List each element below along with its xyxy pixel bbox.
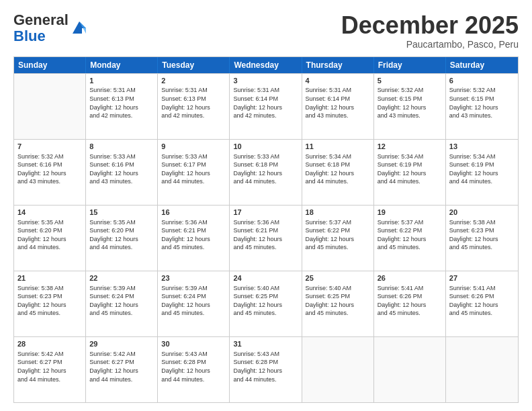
table-row: 14Sunrise: 5:35 AM Sunset: 6:20 PM Dayli… xyxy=(14,205,86,271)
table-row: 16Sunrise: 5:36 AM Sunset: 6:21 PM Dayli… xyxy=(158,205,230,271)
table-row: 23Sunrise: 5:39 AM Sunset: 6:24 PM Dayli… xyxy=(158,271,230,336)
header-wednesday: Wednesday xyxy=(230,57,302,73)
day-number: 8 xyxy=(89,142,154,152)
table-row: 4Sunrise: 5:31 AM Sunset: 6:14 PM Daylig… xyxy=(302,74,374,139)
table-row: 25Sunrise: 5:40 AM Sunset: 6:25 PM Dayli… xyxy=(302,271,374,336)
day-number: 5 xyxy=(378,76,442,86)
day-info: Sunrise: 5:33 AM Sunset: 6:17 PM Dayligh… xyxy=(161,152,226,186)
day-number: 22 xyxy=(89,273,154,283)
day-info: Sunrise: 5:43 AM Sunset: 6:28 PM Dayligh… xyxy=(161,350,226,383)
table-row: 8Sunrise: 5:33 AM Sunset: 6:16 PM Daylig… xyxy=(86,140,158,205)
day-info: Sunrise: 5:33 AM Sunset: 6:16 PM Dayligh… xyxy=(89,152,154,186)
day-info: Sunrise: 5:31 AM Sunset: 6:13 PM Dayligh… xyxy=(89,86,154,120)
day-number: 15 xyxy=(89,208,154,218)
day-number: 10 xyxy=(233,142,298,152)
calendar-week-3: 14Sunrise: 5:35 AM Sunset: 6:20 PM Dayli… xyxy=(14,205,518,271)
calendar-header: Sunday Monday Tuesday Wednesday Thursday… xyxy=(14,57,518,73)
day-info: Sunrise: 5:40 AM Sunset: 6:25 PM Dayligh… xyxy=(306,284,370,318)
day-number: 28 xyxy=(17,339,82,349)
day-info: Sunrise: 5:39 AM Sunset: 6:24 PM Dayligh… xyxy=(89,284,154,318)
day-info: Sunrise: 5:41 AM Sunset: 6:26 PM Dayligh… xyxy=(378,284,442,318)
day-number: 25 xyxy=(306,273,370,283)
table-row xyxy=(14,74,86,139)
table-row: 26Sunrise: 5:41 AM Sunset: 6:26 PM Dayli… xyxy=(374,271,446,336)
location-subtitle: Paucartambo, Pasco, Peru xyxy=(341,39,519,50)
day-number: 7 xyxy=(17,142,82,152)
day-info: Sunrise: 5:41 AM Sunset: 6:26 PM Dayligh… xyxy=(449,284,515,318)
day-number: 11 xyxy=(306,142,370,152)
table-row: 5Sunrise: 5:32 AM Sunset: 6:15 PM Daylig… xyxy=(374,74,446,139)
day-info: Sunrise: 5:31 AM Sunset: 6:14 PM Dayligh… xyxy=(306,86,370,120)
table-row: 29Sunrise: 5:42 AM Sunset: 6:27 PM Dayli… xyxy=(86,337,158,402)
calendar-week-1: 1Sunrise: 5:31 AM Sunset: 6:13 PM Daylig… xyxy=(14,73,518,139)
day-info: Sunrise: 5:34 AM Sunset: 6:18 PM Dayligh… xyxy=(306,152,370,186)
day-number: 29 xyxy=(89,339,154,349)
day-info: Sunrise: 5:36 AM Sunset: 6:21 PM Dayligh… xyxy=(161,218,226,252)
table-row: 3Sunrise: 5:31 AM Sunset: 6:14 PM Daylig… xyxy=(230,74,302,139)
logo-blue: Blue xyxy=(13,28,46,44)
day-number: 27 xyxy=(449,273,515,283)
day-info: Sunrise: 5:42 AM Sunset: 6:27 PM Dayligh… xyxy=(17,350,82,383)
day-number: 20 xyxy=(449,208,515,218)
table-row: 30Sunrise: 5:43 AM Sunset: 6:28 PM Dayli… xyxy=(158,337,230,402)
day-info: Sunrise: 5:31 AM Sunset: 6:14 PM Dayligh… xyxy=(233,86,298,120)
day-number: 30 xyxy=(161,339,226,349)
table-row: 19Sunrise: 5:37 AM Sunset: 6:22 PM Dayli… xyxy=(374,205,446,271)
table-row: 18Sunrise: 5:37 AM Sunset: 6:22 PM Dayli… xyxy=(302,205,374,271)
table-row: 6Sunrise: 5:32 AM Sunset: 6:15 PM Daylig… xyxy=(446,74,518,139)
table-row: 11Sunrise: 5:34 AM Sunset: 6:18 PM Dayli… xyxy=(302,140,374,205)
table-row: 28Sunrise: 5:42 AM Sunset: 6:27 PM Dayli… xyxy=(14,337,86,402)
day-number: 2 xyxy=(161,76,226,86)
month-title: December 2025 xyxy=(341,12,519,39)
day-info: Sunrise: 5:32 AM Sunset: 6:15 PM Dayligh… xyxy=(449,86,515,120)
header-tuesday: Tuesday xyxy=(158,57,230,73)
table-row: 1Sunrise: 5:31 AM Sunset: 6:13 PM Daylig… xyxy=(86,74,158,139)
day-number: 14 xyxy=(17,208,82,218)
day-info: Sunrise: 5:33 AM Sunset: 6:18 PM Dayligh… xyxy=(233,152,298,186)
day-number: 23 xyxy=(161,273,226,283)
day-number: 18 xyxy=(306,208,370,218)
table-row xyxy=(302,337,374,402)
day-number: 17 xyxy=(233,208,298,218)
day-number: 6 xyxy=(449,76,515,86)
day-number: 13 xyxy=(449,142,515,152)
header-monday: Monday xyxy=(86,57,158,73)
day-info: Sunrise: 5:38 AM Sunset: 6:23 PM Dayligh… xyxy=(449,218,515,252)
day-number: 21 xyxy=(17,273,82,283)
day-info: Sunrise: 5:32 AM Sunset: 6:15 PM Dayligh… xyxy=(378,86,442,120)
table-row: 9Sunrise: 5:33 AM Sunset: 6:17 PM Daylig… xyxy=(158,140,230,205)
table-row: 10Sunrise: 5:33 AM Sunset: 6:18 PM Dayli… xyxy=(230,140,302,205)
header-thursday: Thursday xyxy=(302,57,374,73)
day-number: 26 xyxy=(378,273,442,283)
logo-text: General Blue xyxy=(13,12,69,44)
day-info: Sunrise: 5:31 AM Sunset: 6:13 PM Dayligh… xyxy=(161,86,226,120)
day-info: Sunrise: 5:37 AM Sunset: 6:22 PM Dayligh… xyxy=(306,218,370,252)
table-row xyxy=(374,337,446,402)
table-row: 21Sunrise: 5:38 AM Sunset: 6:23 PM Dayli… xyxy=(14,271,86,336)
logo-icon xyxy=(70,19,89,38)
day-number: 24 xyxy=(233,273,298,283)
table-row: 20Sunrise: 5:38 AM Sunset: 6:23 PM Dayli… xyxy=(446,205,518,271)
title-block: December 2025 Paucartambo, Pasco, Peru xyxy=(341,12,519,50)
table-row: 31Sunrise: 5:43 AM Sunset: 6:28 PM Dayli… xyxy=(230,337,302,402)
day-info: Sunrise: 5:36 AM Sunset: 6:21 PM Dayligh… xyxy=(233,218,298,252)
table-row: 2Sunrise: 5:31 AM Sunset: 6:13 PM Daylig… xyxy=(158,74,230,139)
day-number: 16 xyxy=(161,208,226,218)
day-info: Sunrise: 5:38 AM Sunset: 6:23 PM Dayligh… xyxy=(17,284,82,318)
day-info: Sunrise: 5:42 AM Sunset: 6:27 PM Dayligh… xyxy=(89,350,154,383)
day-info: Sunrise: 5:32 AM Sunset: 6:16 PM Dayligh… xyxy=(17,152,82,186)
header-saturday: Saturday xyxy=(446,57,518,73)
day-number: 1 xyxy=(89,76,154,86)
logo-general: General xyxy=(13,11,69,28)
day-info: Sunrise: 5:40 AM Sunset: 6:25 PM Dayligh… xyxy=(233,284,298,318)
day-info: Sunrise: 5:43 AM Sunset: 6:28 PM Dayligh… xyxy=(233,350,298,383)
table-row: 12Sunrise: 5:34 AM Sunset: 6:19 PM Dayli… xyxy=(374,140,446,205)
table-row xyxy=(446,337,518,402)
table-row: 22Sunrise: 5:39 AM Sunset: 6:24 PM Dayli… xyxy=(86,271,158,336)
calendar-week-4: 21Sunrise: 5:38 AM Sunset: 6:23 PM Dayli… xyxy=(14,271,518,336)
table-row: 15Sunrise: 5:35 AM Sunset: 6:20 PM Dayli… xyxy=(86,205,158,271)
day-info: Sunrise: 5:34 AM Sunset: 6:19 PM Dayligh… xyxy=(449,152,515,186)
day-number: 4 xyxy=(306,76,370,86)
table-row: 24Sunrise: 5:40 AM Sunset: 6:25 PM Dayli… xyxy=(230,271,302,336)
header-friday: Friday xyxy=(374,57,446,73)
